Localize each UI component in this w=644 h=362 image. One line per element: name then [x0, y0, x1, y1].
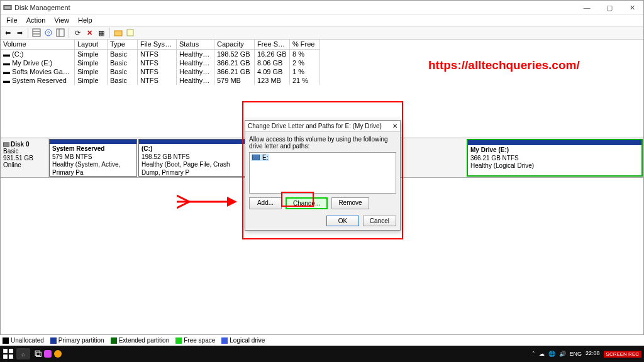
dialog-label: Allow access to this volume by using the…: [249, 136, 396, 150]
annotation-arrow-icon: [177, 189, 240, 214]
screen-rec-indicator[interactable]: SCREEN REC: [604, 351, 641, 358]
back-icon[interactable]: ⬅: [3, 28, 13, 38]
task-view-icon[interactable]: ⧉: [33, 349, 43, 359]
header-layout[interactable]: Layout: [75, 40, 108, 50]
legend-item: Primary partition: [50, 337, 104, 344]
taskbar-app-1[interactable]: [43, 349, 53, 359]
svg-text:?: ?: [47, 30, 50, 36]
add-button[interactable]: Add...: [249, 197, 282, 209]
toolbar: ⬅ ➡ ? ⟳ ✕ ▦: [1, 26, 643, 40]
dialog-close-button[interactable]: ✕: [392, 123, 397, 129]
maximize-button[interactable]: ▢: [598, 1, 621, 14]
menu-view[interactable]: View: [50, 16, 74, 24]
separator: [109, 28, 110, 38]
table-icon[interactable]: [31, 28, 42, 38]
app-window: Disk Management — ▢ ✕ File Action View H…: [0, 0, 644, 346]
svg-rect-2: [33, 29, 40, 36]
change-button[interactable]: Change...: [286, 197, 328, 209]
legend-item: Free space: [175, 337, 215, 344]
table-row[interactable]: ▬ System ReservedSimpleBasicNTFSHealthy …: [1, 76, 643, 85]
minimize-button[interactable]: —: [575, 1, 598, 14]
drive-list[interactable]: E:: [249, 152, 396, 194]
svg-rect-1: [5, 6, 11, 9]
partition-block[interactable]: System Reserved579 MB NTFSHealthy (Syste…: [49, 139, 137, 177]
header-type[interactable]: Type: [108, 40, 138, 50]
taskbar-app-2[interactable]: [53, 349, 63, 359]
header-filesystem[interactable]: File System: [138, 40, 177, 50]
header-pct[interactable]: % Free: [290, 40, 320, 50]
close-button[interactable]: ✕: [621, 1, 643, 14]
drive-entry[interactable]: E:: [251, 154, 269, 161]
disk-size: 931.51 GB: [3, 155, 45, 162]
save-icon[interactable]: ▦: [96, 28, 106, 38]
svg-rect-20: [44, 350, 52, 358]
ok-button[interactable]: OK: [326, 216, 359, 226]
legend-item: Extended partition: [111, 337, 170, 344]
forward-icon[interactable]: ➡: [14, 28, 25, 38]
cancel-button[interactable]: Cancel: [363, 216, 396, 226]
svg-rect-18: [3, 354, 8, 359]
svg-rect-9: [114, 31, 122, 36]
window-controls: — ▢ ✕: [575, 1, 643, 14]
disk-info[interactable]: Disk 0 Basic 931.51 GB Online: [1, 138, 48, 177]
svg-rect-10: [127, 30, 133, 36]
header-status[interactable]: Status: [177, 40, 214, 50]
tray-onedrive-icon[interactable]: ☁: [539, 351, 545, 357]
menubar: File Action View Help: [1, 14, 643, 26]
disk-status: Online: [3, 162, 45, 168]
menu-action[interactable]: Action: [22, 16, 50, 24]
delete-icon[interactable]: ✕: [84, 28, 94, 38]
tray-chevron-icon[interactable]: ˄: [532, 351, 535, 357]
drive-letter: E:: [262, 154, 268, 161]
table-row[interactable]: ▬ (C:)SimpleBasicNTFSHealthy (B...198.52…: [1, 50, 643, 58]
window-title: Disk Management: [14, 4, 70, 11]
legend-item: Logical drive: [221, 337, 265, 344]
props-icon[interactable]: ?: [43, 28, 53, 38]
partition-block[interactable]: (C:)198.52 GB NTFSHealthy (Boot, Page Fi…: [138, 139, 252, 177]
tray-clock[interactable]: 22:08: [586, 351, 600, 357]
disk-type: Basic: [3, 148, 45, 155]
svg-rect-11: [3, 143, 9, 146]
watermark-url: https://alltechqueries.com/: [428, 58, 580, 72]
search-icon[interactable]: ⌕: [16, 348, 30, 359]
svg-rect-19: [9, 354, 13, 359]
header-volume[interactable]: Volume: [1, 40, 75, 50]
svg-rect-7: [57, 29, 64, 36]
header-capacity[interactable]: Capacity: [214, 40, 255, 50]
tray-network-icon[interactable]: 🌐: [548, 351, 555, 357]
app-icon: [3, 3, 12, 12]
header-free[interactable]: Free Sp...: [255, 40, 290, 50]
dialog-titlebar: Change Drive Letter and Paths for E: (My…: [245, 121, 400, 132]
taskbar: ⌕ ⧉ ˄ ☁ 🌐 🔊 ENG 22:08 SCREEN REC: [0, 346, 644, 362]
legend-item: Unallocated: [3, 337, 44, 344]
start-button[interactable]: [3, 348, 14, 359]
partition-block[interactable]: My Drive (E:)366.21 GB NTFSHealthy (Logi…: [467, 139, 643, 177]
tray-volume-icon[interactable]: 🔊: [559, 351, 566, 357]
legend: UnallocatedPrimary partitionExtended par…: [0, 334, 644, 346]
tray-language[interactable]: ENG: [570, 351, 582, 357]
change-drive-letter-dialog: Change Drive Letter and Paths for E: (My…: [245, 120, 401, 231]
svg-rect-17: [9, 349, 13, 353]
folder-icon[interactable]: [113, 28, 123, 38]
refresh-icon[interactable]: ⟳: [72, 28, 82, 38]
titlebar: Disk Management — ▢ ✕: [1, 1, 643, 14]
drive-icon: [252, 155, 260, 160]
list-icon[interactable]: [55, 28, 65, 38]
svg-rect-16: [3, 349, 8, 353]
new-icon[interactable]: [125, 28, 135, 38]
separator: [28, 28, 28, 38]
svg-point-21: [54, 350, 62, 358]
menu-file[interactable]: File: [2, 16, 22, 24]
table-header[interactable]: Volume Layout Type File System Status Ca…: [1, 40, 643, 50]
menu-help[interactable]: Help: [74, 16, 97, 24]
remove-button[interactable]: Remove: [331, 197, 369, 209]
dialog-title: Change Drive Letter and Paths for E: (My…: [248, 123, 382, 129]
disk-label: Disk 0: [11, 141, 29, 148]
svg-marker-13: [227, 197, 237, 207]
separator: [69, 28, 69, 38]
